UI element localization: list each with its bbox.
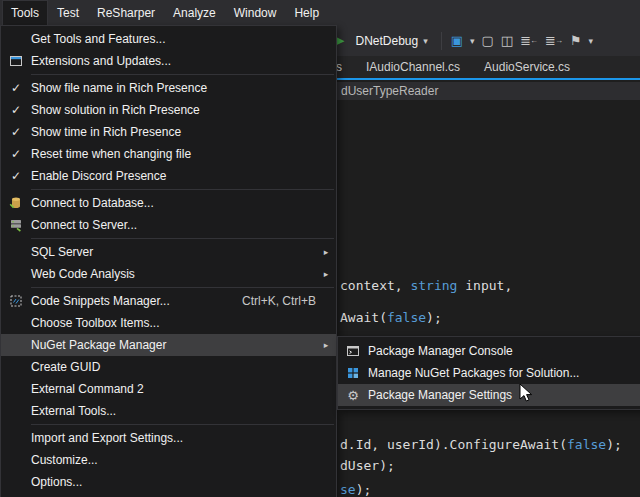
mouse-cursor — [519, 384, 537, 407]
start-debug-icon[interactable]: ▶ — [336, 34, 344, 47]
gear-icon: ⚙ — [347, 388, 359, 403]
check-icon: ✓ — [11, 147, 21, 161]
menu-item-label: Package Manager Settings — [368, 388, 628, 402]
menu-separator — [31, 287, 334, 288]
menu-separator — [31, 424, 334, 425]
menu-item-label: NuGet Package Manager — [31, 338, 316, 352]
menu-item-connect-to-database[interactable]: Connect to Database... — [1, 192, 336, 214]
menu-item-external-command-2[interactable]: External Command 2 — [1, 378, 336, 400]
code-keyword: se — [340, 482, 356, 497]
console-icon — [338, 344, 368, 358]
menu-item-label: Show time in Rich Presence — [31, 125, 316, 139]
navbar-type-dropdown[interactable]: dUserTypeReader — [341, 84, 438, 98]
menu-item-code-snippets-manager[interactable]: Code Snippets Manager... Ctrl+K, Ctrl+B — [1, 290, 336, 312]
code-text: ); — [606, 437, 622, 452]
window-preview-icon[interactable]: ▢ — [482, 33, 494, 48]
menubar-item-resharper[interactable]: ReSharper — [88, 0, 164, 25]
submenu-item-manage-nuget-packages[interactable]: Manage NuGet Packages for Solution... — [338, 362, 640, 384]
menu-item-connect-to-server[interactable]: Connect to Server... — [1, 214, 336, 236]
menu-item-label: Connect to Database... — [31, 196, 316, 210]
menubar-item-analyze[interactable]: Analyze — [164, 0, 225, 25]
menu-bar: Tools Test ReSharper Analyze Window Help — [0, 0, 640, 25]
menu-item-reset-time[interactable]: ✓ Reset time when changing file — [1, 143, 336, 165]
bookmark-icon[interactable]: ⚑ — [570, 33, 582, 48]
menu-item-label: Get Tools and Features... — [31, 32, 316, 46]
document-tab[interactable]: AudioService.cs — [472, 56, 582, 78]
menu-item-show-time[interactable]: ✓ Show time in Rich Presence — [1, 121, 336, 143]
menu-item-label: Enable Discord Presence — [31, 169, 316, 183]
menu-item-label: Choose Toolbox Items... — [31, 316, 316, 330]
code-line: dUser); — [340, 458, 395, 473]
menubar-item-test[interactable]: Test — [48, 0, 88, 25]
debug-target-dropdown[interactable]: DNetDebug ▾ — [351, 32, 431, 50]
menu-item-label: Show file name in Rich Presence — [31, 81, 316, 95]
menu-separator — [31, 238, 334, 239]
shift-lines-left-icon[interactable]: ≣← — [520, 33, 538, 48]
menu-item-web-code-analysis[interactable]: Web Code Analysis ▸ — [1, 263, 336, 285]
code-snippets-icon — [1, 294, 31, 308]
code-line: se); — [340, 482, 371, 497]
menu-item-sql-server[interactable]: SQL Server ▸ — [1, 241, 336, 263]
menu-item-show-solution[interactable]: ✓ Show solution in Rich Presence — [1, 99, 336, 121]
arrow-left-icon: ← — [530, 36, 538, 45]
check-icon: ✓ — [11, 81, 21, 95]
submenu-item-package-manager-settings[interactable]: ⚙ Package Manager Settings — [338, 384, 640, 406]
code-text: dUser); — [340, 458, 395, 473]
menu-item-label: Import and Export Settings... — [31, 431, 316, 445]
intellitrace-icon[interactable]: ▣ — [451, 33, 463, 48]
submenu-arrow-icon: ▸ — [316, 340, 336, 350]
code-line: context, string input, — [340, 278, 512, 293]
code-text: context, — [340, 278, 410, 293]
document-tab[interactable]: IAudioChannel.cs — [354, 56, 472, 78]
menubar-item-help[interactable]: Help — [285, 0, 328, 25]
menu-item-customize[interactable]: Customize... — [1, 449, 336, 471]
menu-item-create-guid[interactable]: Create GUID — [1, 356, 336, 378]
check-icon: ✓ — [11, 169, 21, 183]
code-text: input, — [457, 278, 512, 293]
menu-item-label: External Command 2 — [31, 382, 316, 396]
code-keyword: string — [410, 278, 457, 293]
manage-packages-icon — [338, 366, 368, 380]
menu-item-extensions-and-updates[interactable]: Extensions and Updates... — [1, 50, 336, 72]
split-view-icon[interactable]: ◫ — [501, 33, 513, 48]
menu-item-label: External Tools... — [31, 404, 316, 418]
submenu-item-package-manager-console[interactable]: Package Manager Console — [338, 340, 640, 362]
menu-item-enable-discord-presence[interactable]: ✓ Enable Discord Presence — [1, 165, 336, 187]
menu-item-external-tools[interactable]: External Tools... — [1, 400, 336, 422]
debug-target-label: DNetDebug — [355, 34, 418, 48]
nuget-package-manager-submenu: Package Manager Console Manage NuGet Pac… — [337, 336, 640, 410]
code-keyword: false — [387, 310, 426, 325]
connect-server-icon — [1, 218, 31, 232]
extensions-icon — [1, 54, 31, 68]
code-text: d.Id, userId).ConfigureAwait( — [340, 437, 567, 452]
menu-item-label: Code Snippets Manager... — [31, 294, 242, 308]
menu-item-get-tools-and-features[interactable]: Get Tools and Features... — [1, 28, 336, 50]
code-text: ); — [356, 482, 372, 497]
menu-item-options[interactable]: Options... — [1, 471, 336, 493]
menu-item-label: Manage NuGet Packages for Solution... — [368, 366, 628, 380]
chevron-down-icon: ▾ — [423, 36, 428, 46]
menu-item-label: Customize... — [31, 453, 316, 467]
menu-item-import-export-settings[interactable]: Import and Export Settings... — [1, 427, 336, 449]
menubar-item-tools[interactable]: Tools — [2, 0, 48, 25]
check-icon: ✓ — [11, 125, 21, 139]
check-icon: ✓ — [11, 103, 21, 117]
code-text: ); — [426, 310, 442, 325]
tools-menu: Get Tools and Features... Extensions and… — [0, 25, 337, 497]
arrow-right-icon: → — [555, 36, 563, 45]
connect-database-icon — [1, 196, 31, 210]
code-line: d.Id, userId).ConfigureAwait(false); — [340, 437, 622, 452]
menu-item-choose-toolbox-items[interactable]: Choose Toolbox Items... — [1, 312, 336, 334]
menu-item-show-file-name[interactable]: ✓ Show file name in Rich Presence — [1, 77, 336, 99]
chevron-down-icon[interactable]: ▾ — [470, 36, 475, 46]
menubar-item-window[interactable]: Window — [225, 0, 286, 25]
menu-item-label: Show solution in Rich Presence — [31, 103, 316, 117]
shift-lines-right-icon[interactable]: ≣→ — [545, 33, 563, 48]
toolbar-overflow-chevron[interactable]: ▾ — [589, 36, 594, 46]
code-text: Await( — [340, 310, 387, 325]
menu-item-nuget-package-manager[interactable]: NuGet Package Manager ▸ — [1, 334, 336, 356]
menu-item-label: Connect to Server... — [31, 218, 316, 232]
code-line: Await(false); — [340, 310, 442, 325]
menu-separator — [31, 189, 334, 190]
code-keyword: false — [567, 437, 606, 452]
